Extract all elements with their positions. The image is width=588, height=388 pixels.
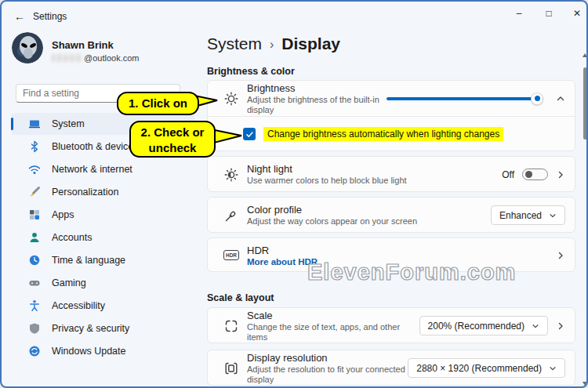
brightness-sun-icon [223, 91, 239, 107]
chevron-down-icon [532, 322, 539, 330]
system-laptop-icon [28, 118, 41, 130]
sidebar-item-label: Accounts [52, 232, 92, 243]
back-button[interactable]: ← [11, 8, 28, 25]
breadcrumb-separator: › [270, 36, 274, 52]
hdr-badge-icon: HDR [223, 250, 239, 260]
sidebar-item-personalization[interactable]: Personalization [11, 181, 194, 203]
user-name: Shawn Brink [52, 39, 114, 51]
auto-brightness-label[interactable]: Change brightness automatically when lig… [263, 127, 503, 141]
eyedropper-icon [223, 208, 239, 223]
chevron-down-icon [549, 212, 557, 219]
window-title: Settings [33, 11, 67, 22]
brightness-card: Brightness Adjust the brightness of the … [207, 80, 575, 151]
back-arrow-icon: ← [14, 10, 25, 23]
update-arrows-icon [28, 345, 41, 357]
callout-step1: 1. Click on [117, 92, 199, 115]
brightness-title: Brightness [247, 82, 387, 94]
scrollbar[interactable] [582, 49, 588, 388]
display-resolution-subtitle: Adjust the resolution to fit your connec… [247, 364, 408, 385]
wifi-icon [28, 163, 41, 176]
night-light-toggle[interactable] [522, 169, 548, 180]
maximize-icon: □ [546, 8, 551, 19]
section-brightness-color: Brightness & color [207, 66, 295, 77]
sidebar-item-apps[interactable]: Apps [11, 204, 194, 226]
clock-icon [28, 254, 41, 267]
color-profile-title: Color profile [247, 204, 417, 216]
sidebar-item-gaming[interactable]: Gaming [11, 272, 194, 294]
hdr-title: HDR [247, 245, 318, 256]
sidebar-item-label: Time & language [52, 255, 125, 266]
chevron-right-icon[interactable] [556, 170, 565, 179]
sidebar-item-label: Personalization [52, 187, 118, 198]
sidebar-item-label: Apps [52, 209, 74, 220]
night-light-card[interactable]: Night light Use warmer colors to help bl… [207, 156, 575, 192]
accessibility-person-icon [28, 299, 41, 312]
person-icon [28, 231, 41, 244]
callout-step2: 2. Check or uncheck [129, 121, 216, 158]
scale-subtitle: Change the size of text, apps, and other… [247, 322, 419, 343]
minimize-button[interactable]: – [507, 3, 531, 24]
auto-brightness-checkbox[interactable] [243, 128, 256, 140]
sidebar-item-network-internet[interactable]: Network & internet [11, 158, 194, 180]
night-light-subtitle: Use warmer colors to help block blue lig… [247, 176, 407, 186]
brightness-slider[interactable] [387, 92, 543, 105]
sidebar-item-time-language[interactable]: Time & language [11, 249, 194, 271]
page-title: Display [281, 34, 340, 53]
avatar [12, 32, 43, 63]
maximize-button[interactable]: □ [537, 3, 561, 24]
color-profile-card: Color profile Adjust the way colors appe… [207, 197, 575, 233]
sidebar-item-label: Gaming [52, 277, 86, 288]
scale-card: Scale Change the size of text, apps, and… [207, 307, 575, 343]
paintbrush-icon [28, 186, 41, 198]
sidebar-item-label: Privacy & security [52, 323, 129, 334]
bluetooth-icon [28, 140, 41, 153]
email-redacted-blur [52, 54, 83, 62]
section-scale-layout: Scale & layout [207, 292, 274, 303]
scale-icon [223, 318, 239, 334]
display-resolution-card: Display resolution Adjust the resolution… [207, 350, 575, 386]
toggle-knob [525, 171, 532, 178]
color-profile-subtitle: Adjust the way colors appear on your scr… [247, 216, 417, 227]
display-resolution-selected: 2880 × 1920 (Recommended) [416, 363, 542, 374]
chevron-up-icon[interactable] [556, 94, 565, 103]
settings-window: ← Settings – □ ✕ Shawn Brink @outlook.co… [0, 0, 588, 388]
sidebar-item-label: System [52, 118, 85, 129]
brightness-slider-thumb[interactable] [531, 92, 543, 105]
chevron-down-icon [549, 364, 557, 372]
watermark: ElevenForum.com [307, 259, 516, 285]
close-icon: ✕ [573, 8, 581, 19]
callout-step1-text: 1. Click on [129, 96, 187, 110]
callout-step2-line1: 2. Check or [131, 125, 214, 140]
brightness-slider-track[interactable] [387, 97, 543, 100]
checkmark-icon [245, 130, 254, 139]
sidebar-item-windows-update[interactable]: Windows Update [11, 340, 194, 362]
breadcrumb-system[interactable]: System [207, 34, 262, 53]
breadcrumb: System › Display [207, 34, 340, 53]
apps-grid-icon [28, 209, 41, 221]
scale-selected: 200% (Recommended) [428, 321, 524, 332]
auto-brightness-row: Change brightness automatically when lig… [208, 117, 575, 151]
chevron-right-icon[interactable] [556, 251, 565, 260]
close-button[interactable]: ✕ [565, 3, 588, 24]
color-profile-dropdown[interactable]: Enhanced [491, 205, 565, 225]
scrollbar-down-arrow-icon[interactable] [583, 382, 587, 386]
sidebar-item-accounts[interactable]: Accounts [11, 227, 194, 248]
scale-title: Scale [247, 310, 419, 321]
night-light-state-label: Off [502, 169, 514, 180]
sidebar-item-label: Bluetooth & devices [52, 141, 139, 152]
sidebar-item-accessibility[interactable]: Accessibility [11, 295, 194, 317]
display-resolution-dropdown[interactable]: 2880 × 1920 (Recommended) [408, 358, 565, 378]
sidebar-item-label: Accessibility [52, 300, 105, 311]
chevron-right-icon[interactable] [556, 321, 565, 331]
scrollbar-up-arrow-icon[interactable] [583, 53, 587, 57]
brightness-row[interactable]: Brightness Adjust the brightness of the … [208, 81, 575, 116]
scrollbar-thumb[interactable] [583, 67, 587, 140]
callout-step2-line2: uncheck [131, 140, 214, 156]
sidebar-item-label: Windows Update [52, 346, 126, 357]
game-controller-icon [28, 277, 41, 289]
scale-dropdown[interactable]: 200% (Recommended) [419, 316, 548, 335]
user-email: @outlook.com [52, 53, 139, 63]
color-profile-selected: Enhanced [499, 210, 542, 221]
sidebar-item-privacy-security[interactable]: Privacy & security [11, 317, 194, 339]
display-resolution-icon [223, 361, 239, 376]
